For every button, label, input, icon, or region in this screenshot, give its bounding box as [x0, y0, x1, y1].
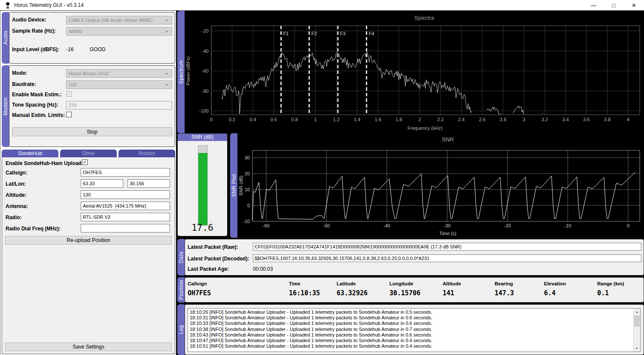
audio-device-label: Audio Device:: [12, 17, 46, 23]
axis-tick-label: 1.8: [395, 117, 402, 122]
axis-tick-label: 1.6: [375, 117, 381, 122]
tab-sondehub[interactable]: SondeHub: [2, 150, 58, 157]
position-header: Callsign: [188, 281, 211, 286]
scrollbar-up-icon[interactable]: ▲: [634, 309, 640, 315]
position-value: OH7FES: [188, 289, 211, 297]
log-line: 18:10:38 [INFO] Sondehub Amateur Uploade…: [190, 327, 632, 332]
baudrate-select[interactable]: 100: [66, 80, 172, 89]
dial-freq-label: Radio Dial Freq (MHz):: [6, 226, 61, 232]
altitude-input[interactable]: [81, 190, 170, 199]
tone-spacing-input[interactable]: 270: [66, 101, 172, 110]
stop-button[interactable]: Stop: [12, 127, 172, 136]
raw-packet-input[interactable]: [253, 243, 641, 251]
callsign-input[interactable]: [81, 168, 170, 177]
position-value: 0.1: [597, 289, 624, 297]
spectra-chart: 00.20.40.60.811.21.41.61.822.22.42.62.83…: [185, 11, 644, 133]
axis-tick-label: 10: [245, 187, 250, 192]
radio-input[interactable]: [81, 213, 170, 221]
input-level-label: Input Level (dBFS):: [12, 46, 59, 52]
mode-select[interactable]: Horus Binary v1/v2: [66, 69, 172, 78]
log-line: 18:10:47 [INFO] Sondehub Amateur Uploade…: [190, 338, 632, 343]
audio-group: Audio Audio Device: CABLE Output (VB-Aud…: [2, 12, 175, 64]
decoded-packet-label: Latest Packet (Decoded):: [188, 256, 249, 262]
position-column: Longitude30.15706: [389, 281, 420, 297]
axis-tick-label: 2.8: [500, 117, 506, 122]
position-group: Position CallsignOH7FESTime16:10:35Latit…: [177, 277, 644, 303]
tab-other[interactable]: Other: [60, 150, 117, 157]
x-axis-label: Frequency (kHz): [407, 125, 442, 131]
latitude-input[interactable]: [81, 179, 123, 188]
spectra-plot: 00.20.40.60.811.21.41.61.822.22.42.62.83…: [185, 11, 644, 133]
reupload-position-button[interactable]: Re-upload Position: [5, 236, 172, 245]
maximize-button[interactable]: □: [604, 0, 624, 10]
log-line: 18:10:33 [INFO] Sondehub Amateur Uploade…: [190, 321, 632, 326]
position-panel: CallsignOH7FESTime16:10:35Latitude63.329…: [185, 277, 644, 303]
axis-tick-label: -60: [202, 68, 209, 73]
altitude-label: Altitude:: [6, 192, 27, 198]
decoded-packet-input[interactable]: [253, 254, 641, 262]
input-level-status: GOOD: [90, 46, 106, 52]
modem-panel: Mode: Horus Binary v1/v2 Baudrate: 100 E…: [9, 65, 175, 147]
settings-tabbar: SondeHub Other Rotator: [2, 150, 175, 157]
scrollbar-thumb[interactable]: [634, 315, 640, 327]
plot-border: [252, 150, 640, 221]
close-button[interactable]: ✕: [624, 0, 644, 10]
position-column: Elevation6.4: [544, 281, 566, 297]
axis-tick-label: -30: [444, 223, 451, 228]
scrollbar-down-icon[interactable]: ▼: [634, 345, 640, 352]
manual-limits-checkbox[interactable]: [66, 112, 72, 117]
spectrum-section-tab: Spectrum: [177, 11, 185, 133]
position-column: Latitude63.32926: [337, 281, 368, 297]
modem-section-tab: Modem: [2, 65, 9, 147]
latlon-label: Lat/Lon:: [6, 181, 26, 187]
y-axis-label: Power (dBFs): [185, 56, 191, 85]
left-column: Audio Audio Device: CABLE Output (VB-Aud…: [0, 11, 176, 355]
log-scrollbar[interactable]: ▲ ▼: [633, 309, 640, 352]
data-panel: Latest Packet (Raw): Latest Packet (Deco…: [185, 239, 644, 275]
axis-tick-label: -10: [565, 223, 571, 228]
manual-limits-label: Manual Estim. Limits:: [12, 112, 65, 118]
audio-panel: Audio Device: CABLE Output (VB-Audio Vir…: [9, 12, 175, 64]
log-group: Log 18:10:26 [INFO] Sondehub Amateur Upl…: [177, 304, 644, 355]
snr-gauge-fill: [198, 153, 207, 225]
baudrate-label: Baudrate:: [12, 81, 36, 87]
audio-device-select[interactable]: CABLE Output (VB-Audio Virtual (MME): [66, 16, 172, 24]
minimize-button[interactable]: —: [583, 0, 604, 10]
x-axis-label: Time (s): [439, 231, 456, 236]
axis-tick-label: 2.4: [458, 117, 465, 122]
input-level-value: -16: [66, 46, 73, 52]
mask-estimator-checkbox[interactable]: ✓: [66, 91, 72, 97]
packet-age-label: Last Packet Age:: [188, 266, 229, 272]
axis-tick-label: -40: [202, 49, 209, 54]
mode-label: Mode:: [12, 70, 27, 76]
axis-tick-label: 2: [418, 117, 421, 122]
position-header: Longitude: [389, 281, 420, 286]
snr-gauge-title: SNR (dB): [178, 134, 227, 141]
save-settings-button[interactable]: Save Settings: [5, 343, 172, 351]
axis-tick-label: 0.2: [229, 117, 235, 122]
enable-upload-checkbox[interactable]: ✓: [82, 159, 88, 165]
dial-freq-input[interactable]: [81, 224, 170, 233]
position-value: 6.4: [544, 289, 566, 297]
antenna-input[interactable]: [81, 202, 170, 210]
data-section-tab: Data: [177, 239, 185, 275]
axis-tick-label: -60: [263, 223, 270, 228]
snr-gauge-track: [198, 145, 208, 226]
log-box[interactable]: 18:10:26 [INFO] Sondehub Amateur Uploade…: [188, 308, 641, 352]
axis-tick-label: 2.2: [437, 117, 444, 122]
position-value: 16:10:35: [289, 289, 320, 297]
sample-rate-label: Sample Rate (Hz):: [12, 28, 56, 34]
y-axis-label: SNR (dB): [238, 175, 243, 196]
axis-tick-label: 0: [210, 117, 213, 122]
axis-tick-label: 3.2: [541, 117, 548, 122]
position-value: 141: [443, 289, 461, 297]
axis-tick-label: -10: [243, 219, 250, 224]
spectrum-trace: [513, 106, 523, 114]
position-value: 30.15706: [389, 289, 420, 297]
position-header: Range (km): [597, 281, 624, 286]
snr-gauge: SNR (dB) 17.6: [177, 133, 228, 236]
tab-rotator[interactable]: Rotator: [118, 150, 175, 157]
longitude-input[interactable]: [128, 179, 170, 188]
log-line: 18:10:43 [INFO] Sondehub Amateur Uploade…: [190, 332, 632, 338]
sample-rate-select[interactable]: 48000: [66, 27, 172, 36]
